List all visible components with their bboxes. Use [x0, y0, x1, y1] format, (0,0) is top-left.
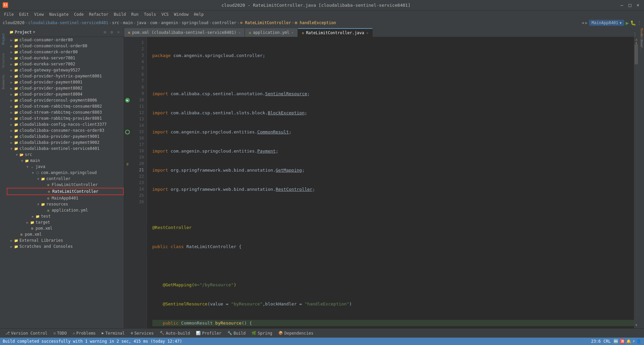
rs-notifications-icon[interactable]: Notif... — [639, 39, 644, 45]
debug-button[interactable]: 🐛 — [630, 20, 636, 25]
sidebar-bookmarks-icon[interactable]: Bookmarks — [0, 72, 6, 92]
code-content[interactable]: package com.angenin.springcloud.controll… — [147, 37, 634, 328]
tree-item-java[interactable]: ▼ ☕ java — [7, 164, 124, 170]
bottom-tab-terminal[interactable]: ▶ Terminal — [99, 329, 127, 338]
tree-item[interactable]: ▶ 📁 cloud-providerconsul-payment8006 — [7, 97, 124, 103]
tree-item[interactable]: ▶ 📁 cloud-provider-payment8002 — [7, 85, 124, 91]
rs-database-icon[interactable]: Database — [639, 34, 644, 39]
menu-help[interactable]: Help — [191, 10, 206, 18]
bc-main[interactable]: main — [123, 20, 133, 25]
tree-item-controller-folder[interactable]: ▼ 📁 controller — [7, 176, 124, 182]
minimize-button[interactable]: – — [619, 2, 625, 8]
tab-yml-close[interactable]: × — [291, 31, 294, 35]
tree-item-extlibs[interactable]: ▶ 📁 External Libraries — [7, 237, 124, 243]
bottom-tab-vcs[interactable]: ⎇ Version Control — [3, 329, 50, 338]
bottom-tab-services[interactable]: ⚙ Services — [128, 329, 156, 338]
rs-maven-icon[interactable]: Maven — [639, 28, 644, 33]
tree-item-test[interactable]: ▶ 📁 test — [7, 213, 124, 219]
menu-view[interactable]: View — [32, 10, 47, 18]
bc-module[interactable]: cloudalibaba-sentinel-service8401 — [28, 20, 108, 25]
bc-com[interactable]: com — [150, 20, 157, 25]
menu-run[interactable]: Run — [128, 10, 141, 18]
tree-item-resources[interactable]: ▼ 📁 resources — [7, 201, 124, 207]
tab-more-button[interactable]: ⋮ — [633, 32, 637, 37]
close-panel-button[interactable]: × — [116, 30, 121, 35]
nav-back-icon[interactable]: ◀ — [581, 20, 584, 25]
tree-item-src[interactable]: ▼ 📂 src — [7, 152, 124, 158]
bc-controller[interactable]: controller — [212, 20, 236, 25]
settings-button[interactable]: ⚙ — [109, 30, 114, 35]
tab-java-close[interactable]: × — [366, 31, 369, 35]
tree-item[interactable]: ▶ 📁 cloud-stream-rabbitmq-provider8801 — [7, 115, 124, 121]
bc-src[interactable]: src — [112, 20, 119, 25]
bc-angenin[interactable]: angenin — [161, 20, 178, 25]
tree-item[interactable]: ▶ 📁 cloud-provider-hystrix-payment8001 — [7, 73, 124, 79]
tree-item[interactable]: ▶ 📁 cloud-provider-payment8001 — [7, 79, 124, 85]
bottom-tab-problems[interactable]: ⚠ Problems — [70, 329, 98, 338]
tree-item[interactable]: ▶ 📁 cloudalibaba-provider-payment9001 — [7, 133, 124, 139]
sidebar-project-icon[interactable]: Project — [0, 29, 6, 49]
bottom-tab-autobuild[interactable]: 🔨 Auto-build — [157, 329, 193, 338]
tree-item[interactable]: ▶ 📁 cloud-provider-payment8004 — [7, 91, 124, 97]
tab-yml[interactable]: ▣ application.yml × — [245, 28, 298, 37]
tree-item[interactable]: ▶ 📁 cloud-consumerzk-order80 — [7, 49, 124, 55]
collapse-all-button[interactable]: ⊟ — [102, 30, 108, 35]
tree-item-package[interactable]: ▼ ⬡ com.angenin.springcloud — [7, 170, 124, 176]
tree-item-pomxml-outer[interactable]: ▶ m pom.xml — [7, 231, 124, 237]
run-button[interactable]: ▶ — [626, 20, 629, 26]
menu-vcs[interactable]: VCS — [159, 10, 171, 18]
tree-item-flowlimit[interactable]: ▶ ⊙ FlowLimitController — [7, 182, 124, 188]
tree-item-ratelimit[interactable]: ▶ ⊙ RateLimitController — [7, 188, 124, 195]
window-controls[interactable]: – □ × — [619, 2, 641, 8]
tab-pom[interactable]: m pom.xml (cloudalibaba-sentinel-service… — [124, 28, 245, 37]
bottom-tab-build[interactable]: 🔧 Build — [225, 329, 248, 338]
menu-code[interactable]: Code — [71, 10, 87, 18]
tree-item-sentinel[interactable]: ▼ 📁 cloudalibaba-sentinel-service8401 — [7, 146, 124, 152]
bc-method[interactable]: m handleException — [295, 20, 336, 25]
bottom-tab-todo[interactable]: ☑ TODO — [51, 329, 69, 338]
run-config-button[interactable]: MainApp8401 ▼ — [589, 20, 625, 26]
scroll-down-area[interactable]: ▼ — [634, 323, 639, 327]
tree-item-pomxml-inner[interactable]: ▶ m pom.xml — [7, 225, 124, 231]
tree-item[interactable]: ▶ 📁 cloud-eureka-server7002 — [7, 61, 124, 67]
close-button[interactable]: × — [635, 2, 641, 8]
tree-item-mainapp[interactable]: ▶ ⊙ MainApp8401 — [7, 195, 124, 201]
tree-item-target[interactable]: ▶ 📁 target — [7, 219, 124, 225]
sidebar-structure-icon[interactable]: Structure — [0, 50, 6, 70]
menu-navigate[interactable]: Navigate — [47, 10, 71, 18]
scrollbar-thumb[interactable] — [635, 44, 638, 64]
tree-item-scratches[interactable]: ▶ 📁 Scratches and Consoles — [7, 243, 124, 249]
menu-build[interactable]: Build — [111, 10, 128, 18]
bc-java[interactable]: java — [137, 20, 146, 25]
tab-ratelimit[interactable]: ⊙ RateLimitController.java × — [298, 28, 373, 37]
bc-class[interactable]: ⊙ RateLimitController — [240, 20, 291, 25]
menu-tools[interactable]: Tools — [141, 10, 159, 18]
project-panel-dropdown-icon[interactable]: ▼ — [33, 30, 35, 34]
tree-item[interactable]: ▶ 📁 cloud-gateway-gateway9527 — [7, 67, 124, 73]
tree-item[interactable]: ▶ 📁 cloudalibaba-consumer-nacos-order83 — [7, 127, 124, 133]
tree-item-appyml[interactable]: ▶ ▣ application.yml — [7, 207, 124, 213]
nav-forward-icon[interactable]: ▶ — [585, 20, 588, 25]
menu-refactor[interactable]: Refactor — [86, 10, 111, 18]
tree-item[interactable]: ▶ 📁 cloudalibaba-provider-payment9002 — [7, 139, 124, 146]
tree-item-main[interactable]: ▼ 📁 main — [7, 158, 124, 164]
tree-item[interactable]: ▶ 📁 cloudalibaba-config-nacos-client3377 — [7, 121, 124, 127]
bc-root[interactable]: cloud2020 — [3, 20, 24, 25]
run-gutter-icon[interactable]: ▶ — [125, 98, 130, 103]
bc-springcloud[interactable]: springcloud — [182, 20, 208, 25]
more-button[interactable]: ⋮ — [637, 20, 641, 25]
tree-item[interactable]: ▶ 📁 cloud-eureka-server7001 — [7, 55, 124, 61]
tab-pom-close[interactable]: × — [238, 31, 241, 35]
tree-item[interactable]: ▶ 📁 cloud-consumer-order80 — [7, 37, 124, 43]
bottom-tab-dependencies[interactable]: 📦 Dependencies — [276, 329, 316, 338]
tree-item[interactable]: ▶ 📁 cloud-stream-rabbitmq-consumer8802 — [7, 103, 124, 109]
menu-file[interactable]: File — [1, 10, 16, 18]
vertical-scrollbar[interactable]: ⚠ 1 ⚠ 6 ▲ ▼ — [634, 37, 639, 328]
tree-item[interactable]: ▶ 📁 cloud-stream-rabbitmq-consumer8803 — [7, 109, 124, 115]
menu-edit[interactable]: Edit — [16, 10, 32, 18]
maximize-button[interactable]: □ — [627, 2, 633, 8]
menu-window[interactable]: Window — [171, 10, 191, 18]
bottom-tab-profiler[interactable]: 📊 Profiler — [193, 329, 224, 338]
tree-item[interactable]: ▶ 📁 cloud-consumerconsul-order80 — [7, 43, 124, 49]
bottom-tab-spring[interactable]: 🌿 Spring — [249, 329, 275, 338]
